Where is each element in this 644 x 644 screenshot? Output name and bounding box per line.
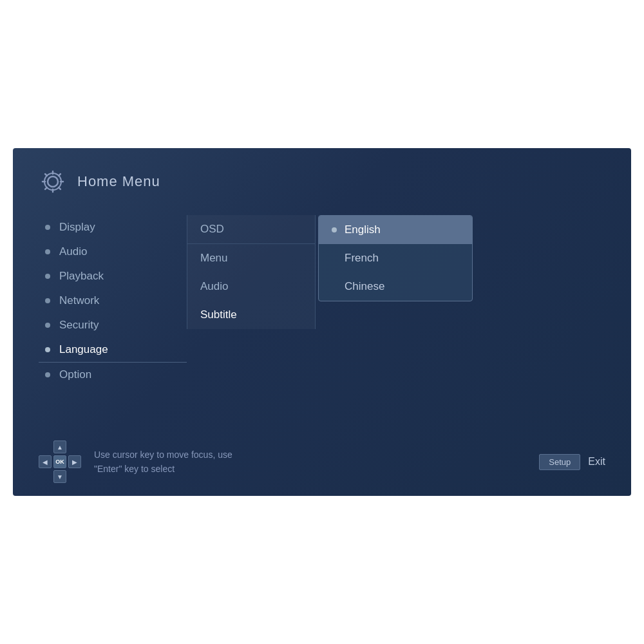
- svg-point-0: [48, 176, 58, 187]
- content-area: Display Audio Playback Network Security …: [39, 215, 605, 387]
- sub-menu-label-subtitle: Subtitle: [200, 308, 237, 321]
- lang-bullet-english: [332, 227, 337, 232]
- menu-label-language: Language: [59, 343, 108, 356]
- dpad-right-button[interactable]: ▶: [68, 455, 81, 468]
- menu-label-playback: Playback: [59, 270, 104, 283]
- menu-item-network[interactable]: Network: [39, 289, 187, 313]
- home-menu-screen: Home Menu Display Audio Playback Network: [13, 148, 631, 496]
- sub-menu-item-subtitle[interactable]: Subtitle: [187, 301, 315, 329]
- exit-button[interactable]: Exit: [588, 456, 605, 468]
- bullet-network: [45, 298, 50, 303]
- sub-menu-header-label: OSD: [200, 223, 224, 235]
- menu-item-security[interactable]: Security: [39, 313, 187, 337]
- lang-label-french: French: [345, 252, 379, 265]
- menu-label-network: Network: [59, 294, 99, 307]
- sub-menu: OSD Menu Audio Subtitle: [187, 215, 316, 329]
- menu-item-playback[interactable]: Playback: [39, 264, 187, 289]
- dpad: ▲ ◀ OK ▶ ▼: [39, 440, 81, 483]
- menu-label-audio: Audio: [59, 245, 87, 258]
- sub-menu-label-audio: Audio: [200, 280, 228, 293]
- hint-line1: Use cursor key to move focus, use: [94, 450, 232, 460]
- sub-menu-label-menu: Menu: [200, 252, 228, 265]
- bullet-language: [45, 347, 50, 352]
- lang-item-french[interactable]: French: [319, 244, 472, 272]
- setup-button[interactable]: Setup: [539, 454, 580, 470]
- menu-label-display: Display: [59, 221, 95, 234]
- sub-menu-item-audio[interactable]: Audio: [187, 272, 315, 301]
- lang-label-english: English: [345, 223, 381, 236]
- menu-item-display[interactable]: Display: [39, 215, 187, 240]
- bullet-security: [45, 323, 50, 328]
- sub-menu-header: OSD: [187, 215, 315, 244]
- bullet-option: [45, 372, 50, 377]
- header: Home Menu: [39, 167, 605, 196]
- dpad-up-button[interactable]: ▲: [53, 440, 66, 453]
- bottom-right: Setup Exit: [539, 454, 605, 470]
- bottom-bar: ▲ ◀ OK ▶ ▼ Use cursor key to move focus,…: [39, 440, 605, 483]
- lang-item-chinese[interactable]: Chinese: [319, 272, 472, 301]
- menu-label-security: Security: [59, 319, 99, 332]
- hint-line2: "Enter" key to select: [94, 464, 175, 474]
- gear-icon: [39, 167, 67, 196]
- lang-item-english[interactable]: English: [319, 216, 472, 244]
- main-menu: Display Audio Playback Network Security …: [39, 215, 187, 387]
- dpad-left-button[interactable]: ◀: [39, 455, 52, 468]
- bullet-audio: [45, 249, 50, 254]
- lang-label-chinese: Chinese: [345, 280, 384, 293]
- dpad-down-button[interactable]: ▼: [53, 470, 66, 483]
- hint-text: Use cursor key to move focus, use "Enter…: [94, 448, 539, 477]
- sub-menu-item-menu[interactable]: Menu: [187, 244, 315, 272]
- menu-label-option: Option: [59, 368, 91, 381]
- dpad-ok-button[interactable]: OK: [53, 455, 66, 468]
- lang-panel: English French Chinese: [318, 215, 473, 301]
- menu-item-option[interactable]: Option: [39, 363, 187, 387]
- menu-item-audio[interactable]: Audio: [39, 240, 187, 264]
- bullet-playback: [45, 274, 50, 279]
- page-title: Home Menu: [77, 173, 160, 190]
- menu-item-language[interactable]: Language: [39, 337, 187, 363]
- bullet-display: [45, 225, 50, 230]
